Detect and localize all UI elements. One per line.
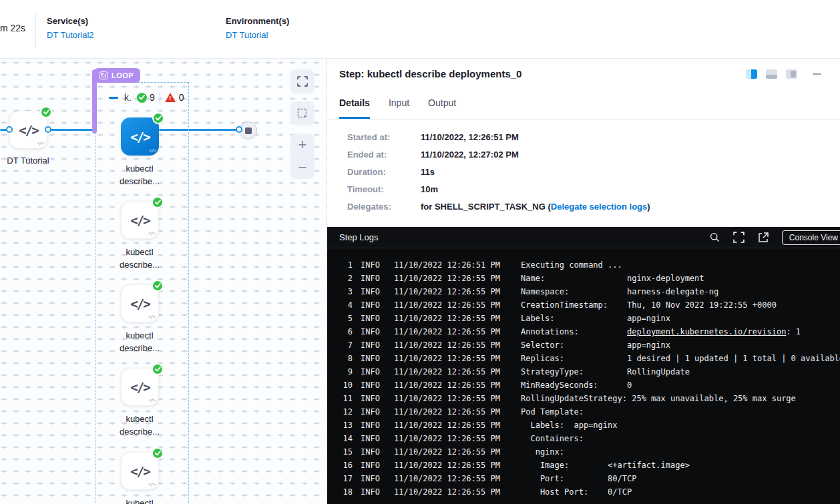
log-level: INFO bbox=[361, 379, 386, 392]
log-line-number: 14 bbox=[327, 432, 353, 445]
log-timestamp: 11/10/2022 12:26:55 PM bbox=[394, 432, 513, 445]
log-level: INFO bbox=[361, 312, 386, 325]
log-level: INFO bbox=[361, 485, 386, 499]
log-level: INFO bbox=[361, 298, 386, 312]
detail-row: Duration:11s bbox=[347, 167, 650, 177]
mini-code-icon: </> bbox=[149, 148, 156, 154]
zoom-controls: + − bbox=[290, 134, 314, 179]
log-line: 10INFO11/10/2022 12:26:55 PMMinReadySeco… bbox=[327, 379, 840, 392]
log-line-number: 16 bbox=[327, 459, 353, 472]
fullscreen-logs-icon[interactable] bbox=[733, 232, 745, 243]
details-table: Started at:11/10/2022, 12:26:51 PMEnded … bbox=[347, 132, 650, 219]
mini-code-icon: </> bbox=[37, 141, 43, 146]
delegate-selection-logs-link[interactable]: Delegate selection logs bbox=[551, 202, 648, 212]
loop-badge[interactable]: ↻ LOOP bbox=[94, 68, 140, 83]
log-level: INFO bbox=[361, 325, 386, 338]
log-level: INFO bbox=[361, 392, 386, 405]
tab-input[interactable]: Input bbox=[389, 97, 409, 119]
shell-script-icon: </> bbox=[130, 296, 149, 311]
layout-right-view-icon[interactable] bbox=[786, 69, 797, 79]
tab-output[interactable]: Output bbox=[428, 97, 456, 119]
detail-label: Timeout: bbox=[347, 184, 421, 194]
detail-label: Duration: bbox=[347, 167, 421, 177]
log-message: StrategyType: RollingUpdate bbox=[521, 365, 690, 379]
environments-label: Environment(s) bbox=[226, 16, 289, 26]
step-node-kubectl-describe[interactable]: </></> bbox=[121, 368, 159, 406]
log-line-number: 2 bbox=[327, 272, 353, 285]
start-node-in-port[interactable] bbox=[6, 126, 13, 133]
node-label: kubectldescribe... bbox=[103, 162, 176, 188]
log-timestamp: 11/10/2022 12:26:55 PM bbox=[394, 298, 513, 312]
log-line: 9INFO11/10/2022 12:26:55 PMStrategyType:… bbox=[327, 365, 840, 379]
layout-bottom-view-icon[interactable] bbox=[766, 69, 777, 79]
fit-to-screen-icon bbox=[297, 76, 308, 87]
log-message: Image: <+artifact.image> bbox=[521, 459, 690, 472]
environment-link[interactable]: DT Tutorial bbox=[226, 30, 289, 40]
shell-script-icon: </> bbox=[130, 380, 149, 395]
log-timestamp: 11/10/2022 12:26:55 PM bbox=[394, 325, 513, 338]
log-line: 17INFO11/10/2022 12:26:55 PM Port: 80/TC… bbox=[327, 472, 840, 485]
log-level: INFO bbox=[361, 472, 386, 485]
log-message: Name: nginx-deployment bbox=[521, 272, 704, 285]
step-details-panel: Step: kubectl describe deployments_0 Det… bbox=[327, 59, 840, 227]
node-label: kubectldescribe... bbox=[103, 413, 176, 438]
collapse-loop-button[interactable] bbox=[109, 97, 118, 99]
log-line: 3INFO11/10/2022 12:26:55 PMNamespace: ha… bbox=[327, 285, 840, 298]
log-level: INFO bbox=[361, 285, 386, 298]
log-line-number: 6 bbox=[327, 325, 353, 338]
zoom-in-button[interactable]: + bbox=[298, 138, 307, 152]
services-label: Service(s) bbox=[47, 16, 94, 26]
success-check-icon bbox=[40, 106, 52, 118]
minimize-panel-icon[interactable] bbox=[813, 73, 821, 75]
end-node-in-port[interactable] bbox=[236, 126, 242, 133]
open-logs-new-tab-icon[interactable] bbox=[758, 232, 769, 243]
success-check-icon bbox=[152, 196, 164, 208]
layout-split-view-icon[interactable] bbox=[746, 69, 757, 79]
step-node-kubectl-describe[interactable]: </></> bbox=[121, 117, 159, 156]
success-check-icon bbox=[152, 280, 164, 292]
log-line-number: 4 bbox=[327, 298, 353, 312]
service-link[interactable]: DT Tutorial2 bbox=[47, 30, 94, 40]
fit-to-screen-button[interactable] bbox=[290, 69, 314, 93]
log-line-number: 10 bbox=[327, 379, 353, 392]
details-tabs: Details Input Output bbox=[339, 97, 456, 119]
pipeline-canvas[interactable]: ↻ LOOP k. 9 ! 0 </> </> DT Tutorial </><… bbox=[0, 59, 327, 504]
log-message: Containers: bbox=[521, 432, 584, 445]
log-line: 11INFO11/10/2022 12:26:55 PMRollingUpdat… bbox=[327, 392, 840, 405]
step-logs-header: Step Logs Console View bbox=[327, 227, 840, 248]
count-divider bbox=[160, 91, 160, 103]
console-view-button[interactable]: Console View bbox=[782, 230, 840, 245]
mini-code-icon: </> bbox=[148, 482, 155, 487]
log-message: Executing command ... bbox=[521, 258, 622, 272]
zoom-out-button[interactable]: − bbox=[298, 161, 307, 174]
marquee-select-icon bbox=[297, 108, 308, 119]
step-node-kubectl-describe[interactable]: </></> bbox=[121, 284, 159, 322]
execution-summary-bar: m 22s Service(s) DT Tutorial2 Environmen… bbox=[0, 0, 840, 59]
services-block: Service(s) DT Tutorial2 bbox=[47, 16, 94, 40]
delegates-suffix: ) bbox=[647, 202, 650, 212]
marquee-select-button[interactable] bbox=[290, 101, 314, 125]
log-line-number: 8 bbox=[327, 352, 353, 365]
step-title: Step: kubectl describe deployments_0 bbox=[339, 68, 521, 79]
stop-icon bbox=[245, 128, 252, 134]
log-annotation-link[interactable]: deployment.kubernetes.io/revision bbox=[627, 327, 786, 336]
start-node-out-port[interactable] bbox=[45, 126, 51, 133]
search-logs-icon[interactable] bbox=[710, 232, 720, 242]
success-count-icon bbox=[137, 93, 147, 103]
log-line-number: 15 bbox=[327, 445, 353, 459]
log-line: 6INFO11/10/2022 12:26:55 PMAnnotations: … bbox=[327, 325, 840, 338]
log-message: nginx: bbox=[521, 445, 564, 459]
log-lines[interactable]: 1INFO11/10/2022 12:26:51 PMExecuting com… bbox=[327, 248, 840, 499]
shell-script-icon: </> bbox=[19, 123, 37, 138]
panel-layout-controls bbox=[746, 69, 821, 79]
step-node-dt-tutorial[interactable]: </> </> bbox=[9, 111, 47, 149]
step-node-kubectl-describe[interactable]: </></> bbox=[121, 201, 159, 239]
log-message: RollingUpdateStrategy: 25% max unavailab… bbox=[521, 392, 796, 405]
node-label: kubectldescribe... bbox=[103, 246, 176, 271]
log-line-number: 9 bbox=[327, 365, 353, 379]
step-node-kubectl-describe[interactable]: </></> bbox=[121, 452, 159, 490]
log-line-number: 18 bbox=[327, 485, 353, 499]
detail-row: Ended at:11/10/2022, 12:27:02 PM bbox=[347, 150, 650, 160]
tab-details[interactable]: Details bbox=[339, 97, 370, 119]
log-timestamp: 11/10/2022 12:26:55 PM bbox=[394, 352, 513, 365]
